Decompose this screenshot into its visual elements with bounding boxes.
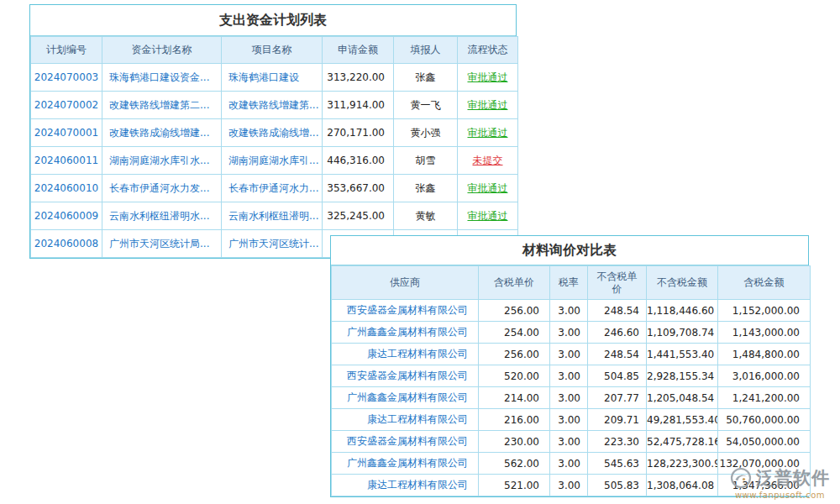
cell-amount: 325,245.00 [323, 202, 394, 230]
watermark: 泛普软件 www.fanpusoft.com [730, 466, 830, 500]
cell-price_ex: 207.77 [588, 387, 647, 409]
column-header-price-inc-tax: 含税单价 [479, 266, 550, 300]
cell-project[interactable]: 云南水利枢纽潜明... [222, 202, 323, 230]
cell-amount_ex: 1,441,553.40 [647, 344, 718, 365]
cell-id[interactable]: 2024060010 [31, 175, 102, 202]
cell-project[interactable]: 改建铁路成渝线增... [222, 119, 323, 147]
cell-price_ex: 223.30 [588, 431, 647, 453]
cell-price_ex: 505.83 [588, 475, 647, 496]
cell-price_inc: 254.00 [479, 322, 550, 344]
cell-supplier[interactable]: 西安盛器金属材料有限公司 [332, 365, 479, 387]
cell-status[interactable]: 审批通过 [458, 202, 518, 230]
cell-price_inc: 256.00 [479, 344, 550, 365]
cell-id[interactable]: 2024070001 [31, 119, 102, 147]
cell-supplier[interactable]: 广州鑫鑫金属材料有限公司 [332, 453, 479, 475]
material-inquiry-panel: 材料询价对比表 供应商 含税单价 税率 不含税单价 不含税金额 含税金额 西安盛… [330, 235, 809, 497]
cell-id[interactable]: 2024070003 [31, 64, 102, 92]
cell-person: 黄敏 [394, 202, 458, 230]
cell-tax: 3.00 [550, 431, 588, 453]
cell-project[interactable]: 珠海鹤港口建设 [222, 64, 323, 92]
fund-table-body: 2024070003珠海鹤港口建设资金...珠海鹤港口建设313,220.00张… [31, 64, 518, 258]
fund-plan-panel-title: 支出资金计划列表 [30, 5, 516, 36]
cell-plan[interactable]: 长春市伊通河水力发... [102, 175, 222, 202]
cell-amount_inc: 1,152,000.00 [718, 300, 811, 322]
cell-id[interactable]: 2024060008 [31, 230, 102, 258]
table-row: 康达工程材料有限公司256.003.00248.541,441,553.401,… [332, 344, 811, 365]
cell-supplier[interactable]: 康达工程材料有限公司 [332, 344, 479, 365]
cell-status[interactable]: 审批通过 [458, 64, 518, 92]
cell-project[interactable]: 广州市天河区统计... [222, 230, 323, 258]
cell-plan[interactable]: 改建铁路线增建第二... [102, 92, 222, 119]
column-header-price-ex-tax: 不含税单价 [588, 266, 647, 300]
column-header-project-name: 项目名称 [222, 37, 323, 64]
cell-tax: 3.00 [550, 344, 588, 365]
cell-id[interactable]: 2024060009 [31, 202, 102, 230]
cell-amount_ex: 1,205,048.54 [647, 387, 718, 409]
watermark-brand: 泛普软件 [756, 466, 830, 490]
table-row: 广州鑫鑫金属材料有限公司214.003.00207.771,205,048.54… [332, 387, 811, 409]
table-row: 西安盛器金属材料有限公司520.003.00504.852,928,155.34… [332, 365, 811, 387]
cell-amount: 313,220.00 [323, 64, 394, 92]
table-row: 2024060010长春市伊通河水力发...长春市伊通河水力...353,667… [31, 175, 518, 202]
cell-project[interactable]: 改建铁路线增建第... [222, 92, 323, 119]
cell-tax: 3.00 [550, 475, 588, 496]
cell-tax: 3.00 [550, 453, 588, 475]
fund-plan-table: 计划编号 资金计划名称 项目名称 申请金额 填报人 流程状态 202407000… [30, 36, 518, 258]
cell-amount_inc: 1,241,200.00 [718, 387, 811, 409]
cell-price_ex: 248.54 [588, 344, 647, 365]
cell-amount: 353,667.00 [323, 175, 394, 202]
cell-price_ex: 246.60 [588, 322, 647, 344]
table-row: 2024060011湖南洞庭湖水库引水...湖南洞庭湖水库引...446,316… [31, 147, 518, 175]
cell-amount_ex: 1,308,064.08 [647, 475, 718, 496]
cell-plan[interactable]: 云南水利枢纽潜明水... [102, 202, 222, 230]
column-header-amount: 申请金额 [323, 37, 394, 64]
cell-id[interactable]: 2024070002 [31, 92, 102, 119]
fund-table-header-row: 计划编号 资金计划名称 项目名称 申请金额 填报人 流程状态 [31, 37, 518, 64]
cell-price_inc: 256.00 [479, 300, 550, 322]
table-row: 广州鑫鑫金属材料有限公司254.003.00246.601,109,708.74… [332, 322, 811, 344]
table-row: 2024070003珠海鹤港口建设资金...珠海鹤港口建设313,220.00张… [31, 64, 518, 92]
material-inquiry-panel-title: 材料询价对比表 [331, 236, 808, 265]
cell-amount_ex: 1,118,446.60 [647, 300, 718, 322]
cell-supplier[interactable]: 康达工程材料有限公司 [332, 409, 479, 431]
cell-person: 黄小强 [394, 119, 458, 147]
cell-amount: 270,171.00 [323, 119, 394, 147]
table-row: 西安盛器金属材料有限公司230.003.00223.3052,475,728.1… [332, 431, 811, 453]
cell-id[interactable]: 2024060011 [31, 147, 102, 175]
cell-supplier[interactable]: 西安盛器金属材料有限公司 [332, 300, 479, 322]
cell-plan[interactable]: 珠海鹤港口建设资金... [102, 64, 222, 92]
cell-person: 张鑫 [394, 64, 458, 92]
column-header-tax-rate: 税率 [550, 266, 588, 300]
fund-plan-panel: 支出资金计划列表 计划编号 资金计划名称 项目名称 申请金额 填报人 流程状态 … [29, 4, 517, 259]
table-row: 2024070002改建铁路线增建第二...改建铁路线增建第...311,914… [31, 92, 518, 119]
cell-supplier[interactable]: 广州鑫鑫金属材料有限公司 [332, 322, 479, 344]
cell-tax: 3.00 [550, 387, 588, 409]
cell-tax: 3.00 [550, 409, 588, 431]
cell-amount_ex: 2,928,155.34 [647, 365, 718, 387]
cell-amount: 311,914.00 [323, 92, 394, 119]
cell-plan[interactable]: 改建铁路成渝线增建... [102, 119, 222, 147]
cell-status[interactable]: 审批通过 [458, 175, 518, 202]
page: 支出资金计划列表 计划编号 资金计划名称 项目名称 申请金额 填报人 流程状态 … [0, 0, 840, 504]
cell-status[interactable]: 审批通过 [458, 119, 518, 147]
cell-price_inc: 216.00 [479, 409, 550, 431]
cell-tax: 3.00 [550, 365, 588, 387]
cell-plan[interactable]: 广州市天河区统计局... [102, 230, 222, 258]
cell-amount_inc: 54,050,000.00 [718, 431, 811, 453]
cell-amount_ex: 128,223,300.97 [647, 453, 718, 475]
cell-supplier[interactable]: 广州鑫鑫金属材料有限公司 [332, 387, 479, 409]
column-header-plan-name: 资金计划名称 [102, 37, 222, 64]
column-header-status: 流程状态 [458, 37, 518, 64]
cell-supplier[interactable]: 康达工程材料有限公司 [332, 475, 479, 496]
cell-price_ex: 248.54 [588, 300, 647, 322]
cell-plan[interactable]: 湖南洞庭湖水库引水... [102, 147, 222, 175]
cell-status[interactable]: 审批通过 [458, 92, 518, 119]
cell-supplier[interactable]: 西安盛器金属材料有限公司 [332, 431, 479, 453]
cell-status[interactable]: 未提交 [458, 147, 518, 175]
cell-price_ex: 545.63 [588, 453, 647, 475]
column-header-amount-inc-tax: 含税金额 [718, 266, 811, 300]
cell-amount_ex: 49,281,553.40 [647, 409, 718, 431]
cell-project[interactable]: 长春市伊通河水力... [222, 175, 323, 202]
column-header-person: 填报人 [394, 37, 458, 64]
cell-project[interactable]: 湖南洞庭湖水库引... [222, 147, 323, 175]
